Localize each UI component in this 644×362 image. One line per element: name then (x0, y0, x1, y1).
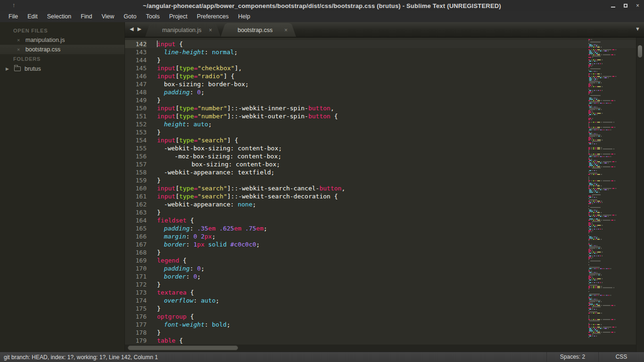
code-line-153[interactable]: 153} (125, 128, 644, 136)
line-number[interactable]: 167 (125, 240, 147, 248)
code-line-161[interactable]: 161input[type="search"]::-webkit-search-… (125, 192, 644, 200)
code-line-150[interactable]: 150input[type="number"]::-webkit-inner-s… (125, 104, 644, 112)
code-line-178[interactable]: 178} (125, 329, 644, 337)
code-line-166[interactable]: 166margin: 0 2px; (125, 232, 644, 240)
line-number[interactable]: 156 (125, 152, 147, 160)
line-number[interactable]: 172 (125, 280, 147, 288)
sidebar-item-bootstrap-css[interactable]: × bootstrap.css (0, 45, 124, 54)
code-line-157[interactable]: 157box-sizing: content-box; (125, 160, 644, 168)
menu-edit[interactable]: Edit (23, 11, 42, 22)
tab-manipulation-js[interactable]: manipulation.js × (145, 23, 221, 37)
line-number[interactable]: 142 (125, 40, 147, 48)
line-number[interactable]: 175 (125, 304, 147, 313)
sidebar-folder-brutus[interactable]: ▶ brutus (0, 64, 124, 74)
code-line-169[interactable]: 169legend { (125, 256, 644, 264)
code-line-147[interactable]: 147box-sizing: border-box; (125, 80, 644, 88)
line-number[interactable]: 174 (125, 296, 147, 304)
tab-close-icon[interactable]: × (281, 27, 291, 33)
file-close-icon[interactable]: × (17, 47, 25, 52)
syntax-selector[interactable]: CSS (598, 352, 644, 362)
code-line-146[interactable]: 146input[type="radio"] { (125, 72, 644, 80)
code-line-149[interactable]: 149} (125, 96, 644, 104)
code-line-175[interactable]: 175} (125, 304, 644, 313)
line-number[interactable]: 171 (125, 272, 147, 280)
line-number[interactable]: 177 (125, 321, 147, 329)
sidebar-item-manipulation-js[interactable]: × manipulation.js (0, 35, 124, 45)
tab-close-icon[interactable]: × (205, 27, 216, 33)
code-line-144[interactable]: 144} (125, 56, 644, 64)
line-number[interactable]: 147 (125, 80, 147, 88)
code-line-145[interactable]: 145input[type="checkbox"], (125, 64, 644, 72)
line-number[interactable]: 148 (125, 88, 147, 96)
horizontal-scrollbar-thumb[interactable] (128, 346, 238, 350)
code-line-179[interactable]: 179table { (125, 337, 644, 345)
horizontal-scrollbar[interactable] (125, 345, 636, 352)
tab-back-icon[interactable]: ◀ (130, 26, 133, 32)
code-line-162[interactable]: 162-webkit-appearance: none; (125, 200, 644, 208)
code-line-152[interactable]: 152height: auto; (125, 120, 644, 128)
line-number[interactable]: 173 (125, 288, 147, 296)
code-line-168[interactable]: 168} (125, 248, 644, 256)
line-number[interactable]: 178 (125, 329, 147, 337)
code-line-171[interactable]: 171border: 0; (125, 272, 644, 280)
code-line-158[interactable]: 158-webkit-appearance: textfield; (125, 168, 644, 176)
menu-find[interactable]: Find (76, 11, 97, 22)
menu-project[interactable]: Project (165, 11, 192, 22)
code-line-159[interactable]: 159} (125, 176, 644, 184)
line-number[interactable]: 153 (125, 128, 147, 136)
line-number[interactable]: 144 (125, 56, 147, 64)
menu-selection[interactable]: Selection (42, 11, 76, 22)
menu-preferences[interactable]: Preferences (192, 11, 233, 22)
maximize-icon[interactable] (624, 0, 627, 11)
code-line-143[interactable]: 143line-height: normal; (125, 48, 644, 56)
menu-goto[interactable]: Goto (119, 11, 141, 22)
line-number[interactable]: 163 (125, 208, 147, 216)
code-line-170[interactable]: 170padding: 0; (125, 264, 644, 272)
code-line-156[interactable]: 156 -moz-box-sizing: content-box; (125, 152, 644, 160)
line-number[interactable]: 159 (125, 176, 147, 184)
line-number[interactable]: 164 (125, 216, 147, 224)
line-number[interactable]: 176 (125, 313, 147, 321)
line-number[interactable]: 145 (125, 64, 147, 72)
indentation-setting[interactable]: Spaces: 2 (546, 352, 598, 362)
menu-file[interactable]: File (4, 11, 23, 22)
file-close-icon[interactable]: × (17, 37, 25, 43)
code-line-164[interactable]: 164fieldset { (125, 216, 644, 224)
line-number[interactable]: 152 (125, 120, 147, 128)
close-icon[interactable]: × (636, 0, 639, 11)
minimize-icon[interactable] (611, 0, 615, 11)
code-line-151[interactable]: 151input[type="number"]::-webkit-outer-s… (125, 112, 644, 120)
code-pane[interactable]: 142input {143line-height: normal;144}145… (125, 38, 644, 352)
tab-bootstrap-css[interactable]: bootstrap.css × (221, 23, 296, 37)
line-number[interactable]: 150 (125, 104, 147, 112)
code-line-142[interactable]: 142input { (125, 40, 644, 48)
folder-expand-icon[interactable]: ▶ (6, 66, 11, 71)
code-line-177[interactable]: 177font-weight: bold; (125, 321, 644, 329)
code-line-154[interactable]: 154input[type="search"] { (125, 136, 644, 144)
tab-overflow-icon[interactable]: ▼ (635, 26, 640, 32)
vertical-scrollbar-thumb[interactable] (638, 45, 642, 58)
menu-tools[interactable]: Tools (141, 11, 164, 22)
code-line-155[interactable]: 155-webkit-box-sizing: content-box; (125, 144, 644, 152)
line-number[interactable]: 157 (125, 160, 147, 168)
editor-area[interactable]: 142input {143line-height: normal;144}145… (125, 38, 644, 352)
code-line-172[interactable]: 172} (125, 280, 644, 288)
line-number[interactable]: 179 (125, 337, 147, 345)
code-line-167[interactable]: 167border: 1px solid #c0c0c0; (125, 240, 644, 248)
code-line-165[interactable]: 165padding: .35em .625em .75em; (125, 224, 644, 232)
minimap[interactable] (587, 39, 635, 341)
line-number[interactable]: 162 (125, 200, 147, 208)
line-number[interactable]: 146 (125, 72, 147, 80)
line-number[interactable]: 155 (125, 144, 147, 152)
line-number[interactable]: 160 (125, 184, 147, 192)
line-number[interactable]: 151 (125, 112, 147, 120)
line-number[interactable]: 161 (125, 192, 147, 200)
code-line-174[interactable]: 174overflow: auto; (125, 296, 644, 304)
menu-help[interactable]: Help (233, 11, 255, 22)
code-line-173[interactable]: 173textarea { (125, 288, 644, 296)
menu-view[interactable]: View (97, 11, 119, 22)
line-number[interactable]: 165 (125, 224, 147, 232)
tab-forward-icon[interactable]: ▶ (137, 26, 141, 32)
code-line-176[interactable]: 176optgroup { (125, 313, 644, 321)
line-number[interactable]: 158 (125, 168, 147, 176)
